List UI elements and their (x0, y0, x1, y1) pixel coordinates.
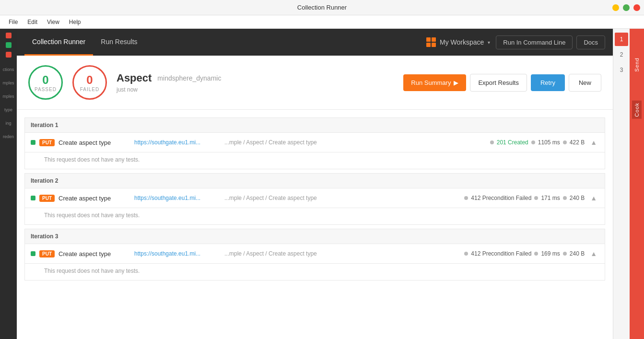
method-badge: PUT (39, 139, 55, 146)
tab-run-results[interactable]: Run Results (93, 29, 145, 56)
iteration-num-2[interactable]: 2 (615, 48, 628, 61)
new-button[interactable]: New (569, 74, 601, 92)
table-row: PUT Create aspect type https://southgate… (24, 188, 605, 208)
request-path: ...mple / Aspect / Create aspect type (224, 139, 486, 146)
workspace-chevron-icon: ▾ (488, 40, 490, 45)
request-url[interactable]: https://southgate.eu1.mi... (134, 139, 221, 146)
workspace-selector[interactable]: My Workspace ▾ (421, 35, 496, 50)
table-row: PUT Create aspect type https://southgate… (24, 132, 605, 152)
send-label: Send (634, 58, 640, 72)
method-badge: PUT (39, 250, 55, 257)
time-indicator (534, 196, 538, 200)
status-indicator (490, 140, 494, 144)
request-size: 240 B (570, 250, 585, 257)
cookies-label: Cook (632, 101, 642, 119)
status-indicator (464, 196, 468, 200)
iteration-num-3[interactable]: 3 (615, 63, 628, 77)
status-text: 412 Precondition Failed (471, 195, 531, 201)
menu-bar: File Edit View Help (0, 15, 644, 29)
request-time: 171 ms (541, 195, 560, 201)
run-in-command-line-button[interactable]: Run In Command Line (496, 35, 573, 49)
runner-content: 0 PASSED 0 FAILED Aspect mindsphere_dyna… (17, 56, 613, 339)
menu-help[interactable]: Help (64, 17, 86, 27)
top-nav: Collection Runner Run Results My Workspa… (17, 29, 613, 56)
export-results-button[interactable]: Export Results (470, 74, 527, 92)
sidebar-dot-red2 (6, 52, 12, 58)
passed-count: 0 (42, 73, 48, 87)
collapse-button[interactable]: ▲ (588, 193, 599, 203)
menu-file[interactable]: File (4, 17, 23, 27)
no-tests-message: This request does not have any tests. (24, 152, 605, 169)
right-panel: 1 2 3 (613, 29, 630, 339)
collapse-button[interactable]: ▲ (588, 138, 599, 147)
request-size: 240 B (570, 195, 585, 201)
status-dot (31, 251, 35, 256)
failed-count: 0 (86, 73, 93, 87)
close-button[interactable]: × (633, 4, 640, 11)
iteration-header-3: Iteration 3 (24, 229, 605, 244)
sidebar-dot-green (6, 42, 12, 48)
iteration-header-1: Iteration 1 (24, 117, 605, 132)
window-wrapper: Collection Runner − □ × File Edit View H… (0, 0, 644, 339)
request-size: 422 B (570, 139, 585, 146)
failed-label: FAILED (80, 87, 99, 92)
sidebar-label-6: reden (3, 134, 14, 139)
left-sidebar: ctions mples mples type ing reden (0, 29, 17, 339)
sidebar-label-4: type (4, 107, 12, 112)
request-url[interactable]: https://southgate.eu1.mi... (134, 250, 221, 257)
collapse-button[interactable]: ▲ (588, 249, 599, 258)
far-right-panel: Send Cook (630, 29, 644, 339)
iteration-section-2: Iteration 2 PUT Create aspect type https… (24, 173, 605, 225)
request-time: 1105 ms (538, 139, 560, 146)
sidebar-dot-red (6, 33, 12, 38)
title-bar-controls: − □ × (612, 4, 640, 11)
tab-collection-runner[interactable]: Collection Runner (24, 29, 93, 56)
header-actions: Run Summary ▶ Export Results Retry New (403, 74, 601, 92)
run-summary-button[interactable]: Run Summary ▶ (403, 74, 466, 91)
aspect-title: Aspect mindsphere_dynamic (117, 72, 394, 84)
iterations-container: Iteration 1 PUT Create aspect type https… (17, 110, 613, 339)
time-indicator (531, 140, 535, 144)
title-bar: Collection Runner − □ × (0, 0, 644, 15)
iteration-num-1[interactable]: 1 (615, 33, 628, 46)
request-url[interactable]: https://southgate.eu1.mi... (134, 195, 221, 201)
status-dot (31, 140, 35, 145)
summary-header: 0 PASSED 0 FAILED Aspect mindsphere_dyna… (17, 56, 613, 110)
retry-button[interactable]: Retry (531, 74, 565, 91)
time-indicator (534, 252, 538, 256)
main-area: ctions mples mples type ing reden Collec… (0, 29, 644, 339)
no-tests-message: This request does not have any tests. (24, 264, 605, 281)
aspect-info: Aspect mindsphere_dynamic just now (117, 72, 394, 93)
sidebar-label-1: ctions (3, 67, 14, 72)
request-name[interactable]: Create aspect type (59, 139, 130, 146)
iteration-section-1: Iteration 1 PUT Create aspect type https… (24, 117, 605, 169)
sidebar-label-2: mples (2, 81, 14, 85)
request-name[interactable]: Create aspect type (59, 250, 130, 257)
method-badge: PUT (39, 195, 55, 202)
no-tests-message: This request does not have any tests. (24, 208, 605, 225)
status-text: 412 Precondition Failed (471, 250, 531, 257)
request-path: ...mple / Aspect / Create aspect type (224, 250, 460, 257)
request-meta: 412 Precondition Failed 171 ms 240 B (464, 195, 585, 201)
size-indicator (563, 196, 567, 200)
collection-runner-panel: Collection Runner Run Results My Workspa… (17, 29, 613, 339)
table-row: PUT Create aspect type https://southgate… (24, 244, 605, 264)
collection-name: mindsphere_dynamic (157, 74, 221, 82)
menu-view[interactable]: View (42, 17, 64, 27)
failed-badge: 0 FAILED (72, 65, 107, 100)
passed-badge: 0 PASSED (28, 65, 63, 100)
chevron-right-icon: ▶ (454, 79, 458, 86)
request-name[interactable]: Create aspect type (59, 195, 130, 202)
size-indicator (563, 140, 567, 144)
request-meta: 412 Precondition Failed 169 ms 240 B (464, 250, 585, 257)
passed-label: PASSED (35, 87, 57, 92)
minimize-button[interactable]: − (612, 4, 619, 11)
size-indicator (563, 252, 567, 256)
workspace-icon (426, 37, 436, 47)
run-time: just now (117, 86, 394, 93)
docs-button[interactable]: Docs (576, 35, 605, 49)
window-title: Collection Runner (297, 4, 347, 11)
maximize-button[interactable]: □ (623, 4, 630, 11)
request-time: 169 ms (541, 250, 560, 257)
menu-edit[interactable]: Edit (23, 17, 42, 27)
